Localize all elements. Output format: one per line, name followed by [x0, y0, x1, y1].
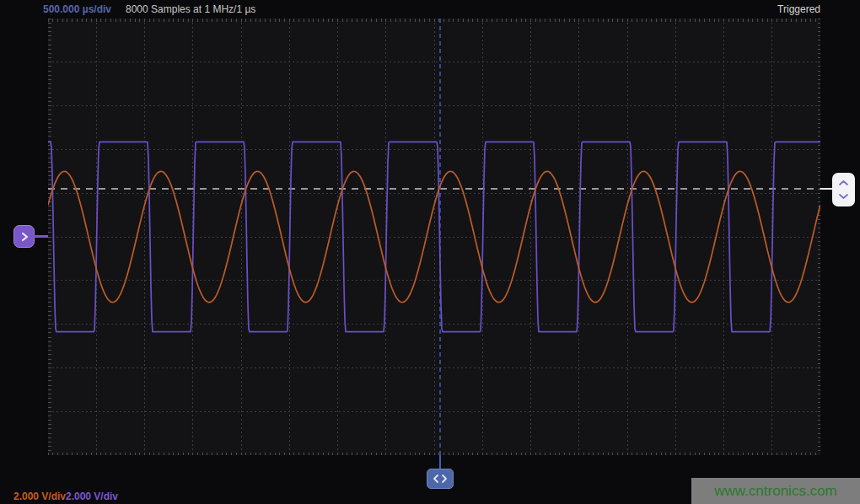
trigger-position-connector [439, 455, 441, 469]
oscilloscope-app: 500.000 µs/div 8000 Samples at 1 MHz/1 µ… [0, 0, 860, 504]
channel1-sine-trace [48, 171, 820, 302]
trigger-level-up-button[interactable] [836, 178, 852, 189]
trigger-position-button[interactable] [427, 469, 454, 489]
scope-plot[interactable] [48, 19, 820, 455]
trigger-level-down-button[interactable] [836, 191, 852, 202]
channel2-position-marker[interactable] [13, 225, 35, 248]
watermark-text: www.cntronics.com [714, 483, 836, 500]
waveform-canvas [48, 19, 820, 455]
timebase-label: 500.000 µs/div [43, 3, 111, 15]
channel1-scale-label: 2.000 V/div [13, 491, 66, 502]
chevron-down-icon [838, 193, 849, 200]
trigger-status-label: Triggered [777, 3, 820, 15]
channel2-marker-line [34, 235, 48, 238]
trigger-level-connector [820, 188, 833, 190]
chevron-left-right-icon [431, 474, 449, 484]
chevron-up-icon [838, 180, 849, 186]
watermark: www.cntronics.com [691, 478, 860, 504]
channel2-scale-label: 2.000 V/div [66, 491, 118, 502]
samples-label: 8000 Samples at 1 MHz/1 µs [126, 3, 255, 15]
trigger-level-stepper[interactable] [832, 173, 855, 206]
chevron-right-icon [19, 231, 30, 243]
